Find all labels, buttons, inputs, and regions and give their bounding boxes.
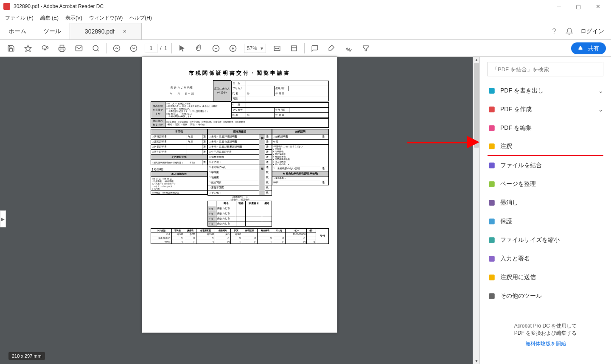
tab-tools[interactable]: ツール — [35, 23, 70, 39]
tool-combine[interactable]: ファイルを結合 — [488, 156, 603, 175]
tool-sendcomment[interactable]: 注釈用に送信 — [488, 268, 603, 287]
pdf-page: 市税関係証明書交付・閲覧申請書 南 あ わ じ 市 長 様 年 月 日 申 請 … — [142, 57, 337, 333]
signin-link[interactable]: ログイン — [580, 28, 604, 35]
sendcomment-icon — [488, 273, 496, 282]
tool-export[interactable]: PDF を書き出し⌄ — [488, 81, 603, 100]
find-icon[interactable] — [90, 42, 102, 54]
tool-label: 注釈 — [500, 143, 603, 150]
menu-view[interactable]: 表示(V) — [62, 14, 86, 22]
moretools-icon — [488, 292, 496, 300]
zoom-in-icon[interactable] — [227, 42, 239, 54]
menu-edit[interactable]: 編集 (E) — [37, 14, 62, 22]
titlebar: 302890.pdf - Adobe Acrobat Reader DC ─ ▢… — [0, 0, 611, 13]
create-icon — [488, 105, 496, 114]
compress-icon — [488, 236, 496, 244]
tool-label: 入力と署名 — [500, 255, 603, 263]
tool-create[interactable]: PDF を作成⌄ — [488, 100, 603, 119]
print-icon[interactable] — [56, 42, 68, 54]
comment-icon — [488, 142, 496, 151]
svg-point-3 — [93, 45, 98, 50]
document-viewport[interactable]: ▶ 市税関係証明書交付・閲覧申請書 南 あ わ じ 市 長 様 年 月 日 申 … — [0, 57, 479, 364]
tool-label: PDF を作成 — [500, 106, 594, 113]
fillsign-icon — [488, 255, 496, 263]
panel-footer: Acrobat Pro DC を使用して PDF を変換および編集する 無料体験… — [488, 314, 603, 347]
svg-rect-19 — [489, 237, 495, 243]
tool-label: 注釈用に送信 — [500, 274, 603, 281]
zoom-out-icon[interactable] — [210, 42, 222, 54]
menu-help[interactable]: ヘルプ(H) — [126, 14, 155, 22]
stamp-icon[interactable] — [360, 42, 372, 54]
vertical-scrollbar[interactable]: ▲▼ — [473, 57, 479, 364]
tab-row: ホーム ツール 302890.pdf × ? ログイン — [0, 23, 611, 40]
tools-panel: PDF を書き出し⌄PDF を作成⌄PDF を編集注釈ファイルを結合ページを整理… — [479, 57, 611, 364]
svg-point-5 — [131, 45, 137, 51]
fit-width-icon[interactable] — [271, 42, 283, 54]
tab-document-label: 302890.pdf — [85, 28, 115, 35]
tool-label: PDF を編集 — [500, 124, 603, 132]
close-window-button[interactable]: ✕ — [588, 0, 608, 13]
tab-home[interactable]: ホーム — [0, 23, 35, 39]
tool-compress[interactable]: ファイルサイズを縮小 — [488, 231, 603, 249]
tool-label: PDF を書き出し — [500, 87, 594, 95]
tab-close-icon[interactable]: × — [123, 28, 126, 35]
minimize-button[interactable]: ─ — [549, 0, 569, 13]
comment-icon[interactable] — [309, 42, 321, 54]
highlight-icon[interactable] — [326, 42, 338, 54]
chevron-down-icon: ⌄ — [598, 106, 603, 113]
share-button[interactable]: 共有 — [571, 42, 606, 54]
page-indicator: / 1 — [145, 44, 167, 53]
sign-icon[interactable] — [343, 42, 355, 54]
menu-file[interactable]: ファイル (F) — [2, 14, 37, 22]
maximize-button[interactable]: ▢ — [569, 0, 588, 13]
cloud-icon[interactable] — [39, 42, 51, 54]
export-icon — [488, 87, 496, 95]
svg-rect-1 — [60, 49, 64, 51]
menubar: ファイル (F) 編集 (E) 表示(V) ウィンドウ(W) ヘルプ(H) — [0, 13, 611, 23]
combine-icon — [488, 161, 496, 170]
hand-icon[interactable] — [193, 42, 205, 54]
tool-label: ページを整理 — [500, 180, 603, 188]
doc-title: 市税関係証明書交付・閲覧申請書 — [151, 70, 329, 77]
tab-document[interactable]: 302890.pdf × — [70, 23, 142, 39]
svg-marker-0 — [25, 45, 31, 51]
zoom-level[interactable]: 57%▾ — [244, 44, 266, 53]
svg-rect-20 — [489, 256, 495, 262]
fit-page-icon[interactable] — [288, 42, 300, 54]
svg-rect-15 — [489, 162, 495, 168]
tool-label: その他のツール — [500, 292, 603, 300]
tool-fillsign[interactable]: 入力と署名 — [488, 249, 603, 268]
organize-icon — [488, 180, 496, 188]
notifications-icon[interactable] — [565, 27, 574, 36]
select-icon[interactable] — [176, 42, 188, 54]
tool-organize[interactable]: ページを整理 — [488, 175, 603, 193]
tools-search-input[interactable] — [488, 62, 603, 76]
page-current-input[interactable] — [145, 44, 157, 53]
page-dimensions: 210 x 297 mm — [8, 352, 45, 360]
page-down-icon[interactable] — [128, 42, 140, 54]
tool-protect[interactable]: 保護 — [488, 212, 603, 231]
svg-rect-14 — [489, 143, 495, 149]
email-icon[interactable] — [73, 42, 85, 54]
tool-label: 保護 — [500, 218, 603, 225]
edit-icon — [488, 124, 496, 132]
tool-moretools[interactable]: その他のツール — [488, 287, 603, 305]
tool-edit[interactable]: PDF を編集 — [488, 119, 603, 137]
svg-rect-13 — [489, 125, 495, 131]
help-icon[interactable]: ? — [550, 27, 558, 36]
menu-window[interactable]: ウィンドウ(W) — [86, 14, 126, 22]
page-up-icon[interactable] — [111, 42, 123, 54]
svg-rect-12 — [489, 106, 495, 112]
tool-redact[interactable]: 墨消し — [488, 193, 603, 212]
app-icon — [3, 3, 10, 10]
star-icon[interactable] — [22, 42, 34, 54]
expand-nav-pane[interactable]: ▶ — [0, 210, 6, 227]
svg-rect-18 — [489, 218, 495, 224]
protect-icon — [488, 217, 496, 226]
tool-comment[interactable]: 注釈 — [488, 137, 603, 156]
free-trial-link[interactable]: 無料体験版を開始 — [488, 340, 603, 347]
window-title: 302890.pdf - Adobe Acrobat Reader DC — [14, 3, 549, 9]
save-icon[interactable] — [5, 42, 17, 54]
svg-point-4 — [114, 45, 120, 51]
svg-rect-9 — [291, 46, 297, 51]
toolbar: / 1 57%▾ 共有 — [0, 40, 611, 57]
